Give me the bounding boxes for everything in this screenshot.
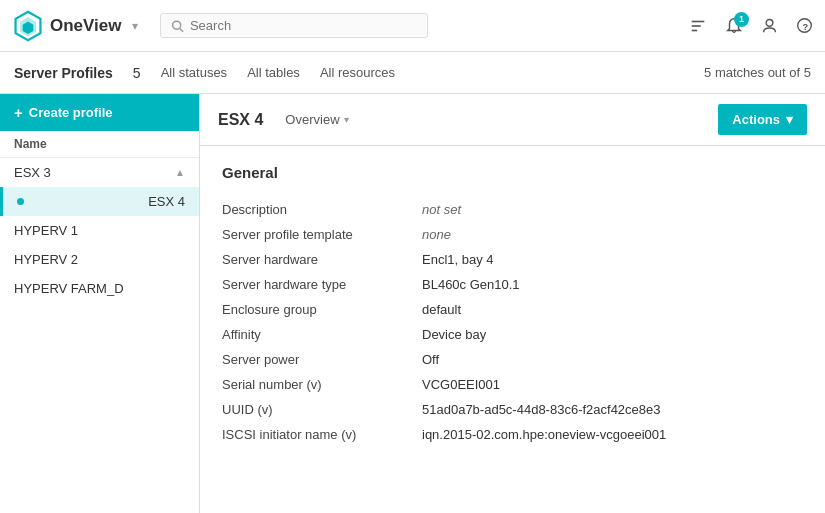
info-label: Server hardware bbox=[222, 247, 422, 272]
list-item-name: HYPERV 1 bbox=[14, 223, 78, 238]
list-item-name: HYPERV 2 bbox=[14, 252, 78, 267]
filter-icon bbox=[689, 17, 707, 35]
list-item-name: ESX 3 bbox=[14, 165, 51, 180]
create-profile-button[interactable]: + Create profile bbox=[0, 94, 199, 131]
info-value: 51ad0a7b-ad5c-44d8-83c6-f2acf42ce8e3 bbox=[422, 397, 803, 422]
profile-count: 5 bbox=[133, 65, 141, 81]
page-title: Server Profiles bbox=[14, 65, 113, 81]
actions-chevron-icon: ▾ bbox=[786, 112, 793, 127]
list-item[interactable]: HYPERV FARM_D bbox=[0, 274, 199, 303]
logo-area: OneView ▾ bbox=[12, 10, 152, 42]
notification-icon-btn[interactable]: 1 bbox=[725, 17, 743, 35]
info-value: Device bay bbox=[422, 322, 803, 347]
help-icon: ? bbox=[796, 17, 813, 34]
header-icons: 1 ? bbox=[689, 17, 813, 35]
section-title: General bbox=[222, 164, 803, 181]
info-label: ISCSI initiator name (v) bbox=[222, 422, 422, 447]
info-label: Server hardware type bbox=[222, 272, 422, 297]
sort-arrow-icon: ▲ bbox=[175, 167, 185, 178]
right-panel: ESX 4 Overview ▾ Actions ▾ General Descr… bbox=[200, 94, 825, 513]
filter-resources[interactable]: All resources bbox=[320, 65, 395, 80]
list-item[interactable]: HYPERV 1 bbox=[0, 216, 199, 245]
create-profile-label: Create profile bbox=[29, 105, 113, 120]
svg-point-3 bbox=[173, 21, 181, 29]
panel-title: ESX 4 bbox=[218, 111, 263, 129]
info-label: Description bbox=[222, 197, 422, 222]
actions-label: Actions bbox=[732, 112, 780, 127]
help-icon-btn[interactable]: ? bbox=[796, 17, 813, 34]
info-value: none bbox=[422, 222, 803, 247]
active-dot-icon bbox=[17, 198, 24, 205]
filter-icon-btn[interactable] bbox=[689, 17, 707, 35]
app-header: OneView ▾ 1 bbox=[0, 0, 825, 52]
general-section: General Descriptionnot setServer profile… bbox=[200, 146, 825, 465]
actions-button[interactable]: Actions ▾ bbox=[718, 104, 807, 135]
info-value: BL460c Gen10.1 bbox=[422, 272, 803, 297]
info-label: Server profile template bbox=[222, 222, 422, 247]
search-input[interactable] bbox=[190, 18, 417, 33]
oneview-logo-icon bbox=[12, 10, 44, 42]
info-label: Affinity bbox=[222, 322, 422, 347]
list-column-header: Name bbox=[0, 131, 199, 158]
right-panel-header: ESX 4 Overview ▾ Actions ▾ bbox=[200, 94, 825, 146]
filter-tables[interactable]: All tables bbox=[247, 65, 300, 80]
list-item-name: HYPERV FARM_D bbox=[14, 281, 124, 296]
list-item[interactable]: HYPERV 2 bbox=[0, 245, 199, 274]
search-bar[interactable] bbox=[160, 13, 428, 38]
info-value: Off bbox=[422, 347, 803, 372]
main-layout: + Create profile Name ESX 3 ▲ ESX 4 HYPE… bbox=[0, 94, 825, 513]
svg-point-8 bbox=[766, 20, 773, 27]
app-name: OneView bbox=[50, 16, 122, 36]
notification-badge: 1 bbox=[734, 12, 749, 27]
info-value: not set bbox=[422, 197, 803, 222]
search-icon bbox=[171, 19, 184, 33]
info-value: default bbox=[422, 297, 803, 322]
info-label: Enclosure group bbox=[222, 297, 422, 322]
user-icon bbox=[761, 17, 778, 34]
overview-tab[interactable]: Overview ▾ bbox=[279, 108, 354, 131]
list-item-name: ESX 4 bbox=[148, 194, 185, 209]
user-icon-btn[interactable] bbox=[761, 17, 778, 34]
list-item-active[interactable]: ESX 4 bbox=[0, 187, 199, 216]
svg-text:?: ? bbox=[802, 22, 808, 32]
matches-text: 5 matches out of 5 bbox=[704, 65, 811, 80]
info-table: Descriptionnot setServer profile templat… bbox=[222, 197, 803, 447]
plus-icon: + bbox=[14, 104, 23, 121]
overview-chevron-icon: ▾ bbox=[344, 114, 349, 125]
info-value: iqn.2015-02.com.hpe:oneview-vcgoeei001 bbox=[422, 422, 803, 447]
info-label: UUID (v) bbox=[222, 397, 422, 422]
svg-line-4 bbox=[180, 28, 183, 31]
info-label: Serial number (v) bbox=[222, 372, 422, 397]
logo-chevron-icon[interactable]: ▾ bbox=[132, 19, 138, 33]
overview-tab-label: Overview bbox=[285, 112, 339, 127]
filter-statuses[interactable]: All statuses bbox=[161, 65, 227, 80]
info-value: Encl1, bay 4 bbox=[422, 247, 803, 272]
list-item[interactable]: ESX 3 ▲ bbox=[0, 158, 199, 187]
sub-header: Server Profiles 5 All statuses All table… bbox=[0, 52, 825, 94]
info-value: VCG0EEI001 bbox=[422, 372, 803, 397]
left-panel: + Create profile Name ESX 3 ▲ ESX 4 HYPE… bbox=[0, 94, 200, 513]
info-label: Server power bbox=[222, 347, 422, 372]
